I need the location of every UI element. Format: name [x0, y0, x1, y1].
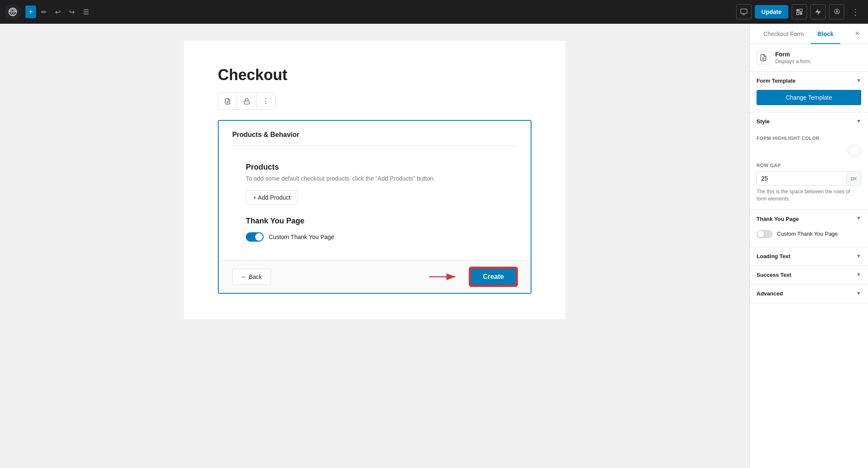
block-toolbar-lock-btn[interactable]	[237, 94, 256, 109]
sidebar-custom-thank-you-label: Custom Thank You Page	[777, 231, 838, 237]
success-text-title: Success Text	[757, 272, 791, 278]
back-button[interactable]: ← Back	[232, 269, 271, 285]
accordion-loading-text: Loading Text ▼	[750, 247, 868, 266]
sidebar-tabs: Checkout Form Block	[757, 24, 840, 44]
accordion-loading-text-header[interactable]: Loading Text ▼	[750, 247, 868, 265]
form-template-content: Change Template	[750, 90, 868, 112]
block-toolbar-more-btn[interactable]: ⋮	[256, 93, 275, 109]
a-button[interactable]: Ⓐ	[829, 4, 844, 20]
products-title: Products	[246, 163, 504, 172]
undo-button[interactable]: ↩	[52, 6, 64, 19]
advanced-chevron: ▼	[856, 290, 861, 296]
add-block-button[interactable]: +	[25, 6, 36, 18]
svg-rect-13	[244, 101, 249, 104]
loading-text-title: Loading Text	[757, 253, 790, 259]
desktop-view-button[interactable]	[736, 4, 751, 20]
add-product-button[interactable]: + Add Product	[246, 190, 298, 205]
accordion-advanced-header[interactable]: Advanced ▼	[750, 284, 868, 303]
success-text-chevron: ▼	[856, 272, 861, 278]
change-template-button[interactable]: Change Template	[757, 90, 861, 105]
svg-rect-8	[796, 12, 799, 15]
bolt-button[interactable]	[810, 4, 826, 20]
highlight-color-picker[interactable]	[848, 144, 861, 158]
accordion-form-template: Form Template ▲ Change Template	[750, 72, 868, 112]
row-gap-unit: px	[846, 172, 861, 185]
wordpress-logo[interactable]	[5, 4, 20, 20]
main-layout: Checkout ⋮	[0, 24, 868, 468]
create-button[interactable]: Create	[470, 267, 517, 286]
products-behavior-title: Products & Behavior	[232, 131, 517, 146]
highlight-color-label: FORM HIGHLIGHT COLOR	[757, 136, 861, 141]
form-icon	[757, 51, 770, 64]
products-description: To add some default checkout products, c…	[246, 175, 504, 182]
row-gap-hint: The this is the space between the rows o…	[757, 188, 861, 203]
form-template-title: Form Template	[757, 78, 796, 84]
thank-you-page-title: Thank You Page	[757, 216, 799, 222]
style-content: FORM HIGHLIGHT COLOR ROW GAP px The this…	[750, 136, 868, 209]
styles-button[interactable]	[792, 4, 807, 20]
arrow-annotation	[427, 270, 461, 283]
highlight-color-row	[757, 144, 861, 158]
svg-rect-6	[796, 9, 799, 11]
accordion-form-template-header[interactable]: Form Template ▲	[750, 72, 868, 90]
redo-button[interactable]: ↪	[66, 6, 78, 19]
row-gap-input[interactable]	[757, 172, 846, 185]
loading-text-chevron: ▼	[856, 253, 861, 259]
accordion-style: Style ▲ FORM HIGHLIGHT COLOR ROW GAP px …	[750, 112, 868, 210]
row-gap-input-row: px	[757, 171, 861, 186]
canvas-area: Checkout ⋮	[0, 24, 749, 468]
page-content: Checkout ⋮	[184, 41, 565, 319]
products-subsection: Products To add some default checkout pr…	[232, 153, 517, 208]
style-title: Style	[757, 118, 770, 125]
sidebar-header: Checkout Form Block ×	[750, 24, 868, 44]
row-gap-label: ROW GAP	[757, 163, 861, 168]
tab-checkout-form[interactable]: Checkout Form	[757, 24, 811, 44]
tab-block[interactable]: Block	[811, 24, 840, 44]
form-info-title: Form	[775, 51, 812, 58]
accordion-thank-you-header[interactable]: Thank You Page ▲	[750, 210, 868, 228]
accordion-style-header[interactable]: Style ▲	[750, 112, 868, 131]
sidebar-form-info: Form Displays a form.	[750, 44, 868, 72]
thank-you-page-chevron: ▲	[856, 216, 861, 222]
main-toolbar: + ✏ ↩ ↪ ☰ Update Ⓐ	[0, 0, 868, 24]
sidebar-close-button[interactable]: ×	[853, 28, 861, 40]
products-behavior-section: Products & Behavior Products To add some…	[219, 121, 531, 260]
thank-you-page-content: Custom Thank You Page	[750, 228, 868, 247]
block-toolbar-document-btn[interactable]	[218, 94, 237, 109]
list-view-button[interactable]: ☰	[80, 6, 92, 19]
page-title: Checkout	[218, 66, 531, 84]
accordion-success-text-header[interactable]: Success Text ▼	[750, 266, 868, 284]
sidebar-custom-thank-you-toggle[interactable]	[757, 230, 773, 238]
thank-you-subsection: Thank You Page Custom Thank You Page	[232, 208, 517, 250]
style-chevron: ▲	[856, 119, 861, 125]
form-info-text: Form Displays a form.	[775, 51, 812, 64]
accordion-thank-you-page: Thank You Page ▲ Custom Thank You Page	[750, 210, 868, 247]
footer-right: Create	[427, 267, 517, 286]
form-container: Products & Behavior Products To add some…	[218, 120, 531, 294]
form-info-desc: Displays a form.	[775, 58, 812, 64]
right-sidebar: Checkout Form Block × Form Displays a fo…	[749, 24, 868, 468]
tools-button[interactable]: ✏	[38, 6, 50, 19]
a-icon: Ⓐ	[834, 8, 840, 16]
custom-thank-you-toggle[interactable]	[246, 232, 264, 242]
svg-rect-7	[800, 9, 802, 11]
block-toolbar: ⋮	[218, 92, 275, 110]
accordion-success-text: Success Text ▼	[750, 266, 868, 284]
svg-marker-10	[815, 9, 821, 15]
svg-rect-3	[740, 9, 747, 14]
custom-thank-you-row: Custom Thank You Page	[246, 232, 504, 242]
sidebar-thank-you-toggle-row: Custom Thank You Page	[757, 228, 861, 240]
form-template-chevron: ▲	[856, 78, 861, 84]
custom-thank-you-label: Custom Thank You Page	[269, 234, 334, 240]
svg-rect-9	[800, 12, 802, 15]
accordion-advanced: Advanced ▼	[750, 284, 868, 303]
form-footer: ← Back	[219, 260, 531, 293]
advanced-title: Advanced	[757, 290, 783, 297]
thank-you-title: Thank You Page	[246, 217, 504, 226]
update-button[interactable]: Update	[755, 5, 788, 19]
more-options-button[interactable]: ⋮	[848, 4, 863, 20]
